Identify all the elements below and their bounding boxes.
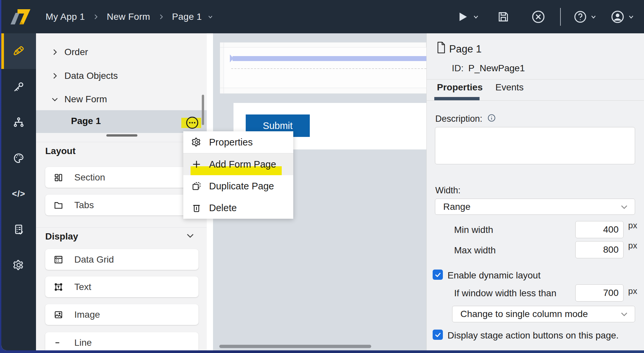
rail-item-settings[interactable] [1,247,36,283]
row-gutter [220,48,224,88]
app-window: My App 1 New Form Page 1 [1,0,644,350]
max-width-unit: px [628,241,637,251]
stage-progress-bar[interactable] [233,56,426,61]
palette-item-line[interactable]: Line [45,332,198,350]
form-checklist-icon [13,223,25,236]
chevron-down-icon[interactable] [51,95,59,104]
properties-panel: Page 1 ID: P_NewPage1 Properties Events … [426,33,644,350]
max-width-input[interactable] [575,241,624,258]
min-width-unit: px [628,220,637,231]
min-width-label: Min width [454,225,493,235]
form-row-stage[interactable] [220,48,426,88]
rail-item-code[interactable]: </> [1,176,36,211]
enable-dynamic-layout-checkbox[interactable] [433,270,443,280]
palette-icon [13,152,25,164]
panel-divider [36,142,207,142]
key-icon [13,81,25,93]
tree-vertical-scrollbar[interactable] [202,95,204,125]
run-options-chevron-icon[interactable] [472,13,480,20]
rail-item-access[interactable] [1,69,36,105]
panel-divider [427,79,644,80]
left-nav-rail: </> [1,33,36,350]
form-preview: Submit [220,42,426,94]
tree-item-label: Page 1 [71,116,101,126]
width-label: Width: [435,185,461,196]
rail-item-form-rules[interactable] [1,211,36,247]
page-context-menu: Properties Add Form Page Duplicate Page … [183,131,293,219]
palette-item-section[interactable]: Section [45,167,198,188]
collapse-chevron-icon[interactable] [185,231,195,241]
duplicate-icon [191,181,202,191]
breadcrumb-page[interactable]: Page 1 [172,12,202,22]
section-icon [53,172,64,183]
palette-item-data-grid[interactable]: Data Grid [45,249,198,270]
menu-item-duplicate-page[interactable]: Duplicate Page [183,175,293,197]
info-icon[interactable] [487,113,496,122]
display-stage-buttons-label: Display stage action buttons on this pag… [447,330,619,341]
page-options-ellipsis-button[interactable] [185,116,199,130]
page-icon [436,41,446,54]
panel-divider [36,227,207,228]
drop-zone-dashed-line [231,68,426,69]
tree-item-order[interactable]: Order [36,43,207,62]
breadcrumb: My App 1 New Form Page 1 [46,0,214,33]
top-bar: My App 1 New Form Page 1 [1,0,644,33]
topbar-divider [560,8,561,26]
menu-item-properties[interactable]: Properties [183,131,293,153]
user-chevron-icon[interactable] [627,13,635,20]
rail-item-theme[interactable] [1,140,36,176]
min-width-input[interactable] [575,221,624,238]
width-mode-select[interactable]: Range [435,199,635,215]
description-label: Description: [435,114,483,124]
palette-item-text[interactable]: Text [45,276,198,297]
single-column-mode-select[interactable]: Change to single column mode [452,306,635,322]
menu-item-add-form-page[interactable]: Add Form Page [183,153,293,175]
code-icon: </> [12,189,25,199]
menu-item-label: Delete [209,203,237,213]
breadcrumb-app[interactable]: My App 1 [46,12,85,22]
panel-divider [427,100,644,101]
left-panel: Order Data Objects New Form Page 1 Layou… [36,33,207,350]
if-window-width-label: If window width less than [454,288,556,299]
form-row-header [220,42,426,48]
chevron-down-icon[interactable] [207,14,214,20]
rail-item-designer[interactable] [1,33,36,69]
chevron-right-icon [92,13,99,20]
chevron-right-icon[interactable] [51,72,59,80]
palette-item-label: Data Grid [74,254,114,265]
palette-item-label: Line [74,337,92,348]
active-tab-underline [434,97,480,100]
tree-item-new-form[interactable]: New Form [36,90,207,109]
help-chevron-icon[interactable] [590,13,597,20]
app-logo-icon [9,7,32,26]
tree-horizontal-scrollbar[interactable] [106,134,137,137]
palette-item-image[interactable]: Image [45,304,198,325]
palette-item-tabs[interactable]: Tabs [45,195,198,215]
save-button[interactable] [497,10,510,23]
tab-events[interactable]: Events [495,82,524,93]
chevron-right-icon [158,13,165,20]
menu-item-delete[interactable]: Delete [183,197,293,219]
description-textarea[interactable] [435,127,635,164]
breadcrumb-form[interactable]: New Form [107,12,150,22]
tab-properties[interactable]: Properties [437,82,483,93]
close-button[interactable] [531,10,546,24]
run-preview-button[interactable] [456,11,469,23]
layout-section-header: Layout [45,146,76,156]
rail-item-workflow[interactable] [1,105,36,140]
form-row-spacer [220,88,426,94]
user-avatar[interactable] [610,10,625,24]
paintbrush-icon [13,45,25,57]
if-window-width-input[interactable] [575,284,624,302]
tree-item-data-objects[interactable]: Data Objects [36,66,207,85]
display-stage-buttons-checkbox[interactable] [433,330,443,340]
chevron-right-icon[interactable] [51,48,59,56]
canvas-horizontal-scrollbar[interactable] [219,345,371,348]
data-grid-icon [53,254,64,265]
help-button[interactable] [573,10,587,24]
single-column-mode-value: Change to single column mode [460,309,588,319]
tree-item-label: Data Objects [64,71,118,81]
menu-item-label: Duplicate Page [209,181,274,192]
line-icon [53,337,64,348]
panel-title: Page 1 [449,43,482,55]
